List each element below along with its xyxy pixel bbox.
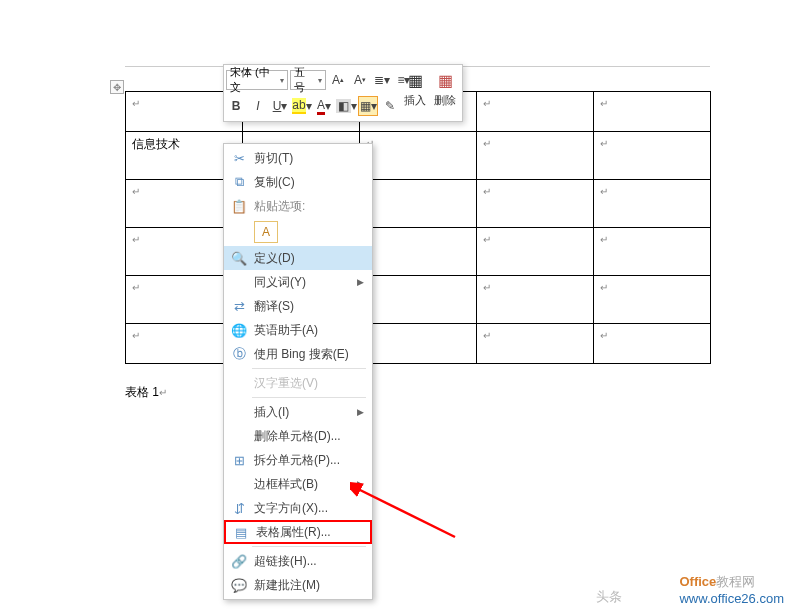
comment-icon: 💬 — [228, 575, 250, 595]
ctx-paste-keep-text[interactable]: A — [224, 218, 372, 246]
ctx-border-style[interactable]: 边框样式(B) — [224, 472, 372, 496]
ctx-define[interactable]: 🔍定义(D) — [224, 246, 372, 270]
format-painter-icon[interactable]: ✎ — [380, 96, 400, 116]
chevron-down-icon: ▾ — [280, 76, 284, 85]
ctx-synonym[interactable]: 同义词(Y) — [224, 270, 372, 294]
underline-button[interactable]: U▾ — [270, 96, 290, 116]
text-direction-icon: ⇵ — [228, 498, 250, 518]
cell[interactable]: ↵ — [360, 180, 477, 228]
table-grid-icon: ▦ — [408, 69, 423, 91]
watermark-toutiao: 头条 — [596, 588, 622, 606]
cell[interactable]: ↵ — [477, 276, 594, 324]
ctx-insert[interactable]: 插入(I) — [224, 400, 372, 424]
mini-toolbar: 宋体 (中文▾ 五号▾ A▴ A▾ ≣▾ ≡▾ B I U▾ ab▾ A▾ ◧▾… — [223, 64, 463, 122]
cell[interactable]: ↵ — [594, 324, 711, 364]
highlight-icon[interactable]: ab▾ — [292, 96, 312, 116]
cell[interactable]: ↵ — [360, 132, 477, 180]
table-delete-button[interactable]: ▦ 删除 — [430, 67, 460, 115]
scissors-icon: ✂ — [228, 148, 250, 168]
table-properties-icon: ▤ — [230, 522, 252, 542]
ctx-hyperlink[interactable]: 🔗超链接(H)... — [224, 549, 372, 573]
font-color-icon[interactable]: A▾ — [314, 96, 334, 116]
shrink-font-icon[interactable]: A▾ — [350, 70, 370, 90]
ctx-delete-cells[interactable]: 删除单元格(D)... — [224, 424, 372, 448]
ctx-copy[interactable]: ⧉复制(C) — [224, 170, 372, 194]
search-icon: 🔍 — [228, 248, 250, 268]
para-mark: ↵ — [132, 98, 140, 109]
table-move-handle[interactable]: ✥ — [110, 80, 124, 94]
cell[interactable]: ↵ — [594, 276, 711, 324]
context-menu: ✂剪切(T) ⧉复制(C) 📋粘贴选项: A 🔍定义(D) 同义词(Y) ⇄翻译… — [223, 143, 373, 600]
separator — [252, 546, 366, 547]
cell[interactable]: ↵ — [477, 180, 594, 228]
italic-button[interactable]: I — [248, 96, 268, 116]
bing-icon: ⓑ — [228, 344, 250, 364]
separator — [252, 397, 366, 398]
cell[interactable]: ↵ — [594, 92, 711, 132]
separator — [252, 368, 366, 369]
watermark: Office教程网 www.office26.com — [679, 573, 784, 606]
cell[interactable]: ↵ — [594, 132, 711, 180]
translate-icon: ⇄ — [228, 296, 250, 316]
word-table[interactable]: ↵ ↵ ↵ ↵ 信息技术 ↵ ↵ ↵ ↵ ↵ ↵ ↵ ↵ ↵ ↵ ↵ ↵ — [125, 91, 711, 364]
clipboard-icon: 📋 — [228, 196, 250, 216]
ctx-translate[interactable]: ⇄翻译(S) — [224, 294, 372, 318]
split-cells-icon: ⊞ — [228, 450, 250, 470]
ctx-hanzi-reselect: 汉字重选(V) — [224, 371, 372, 395]
table-insert-button[interactable]: ▦ 插入 — [400, 67, 430, 115]
shading-icon[interactable]: ◧▾ — [336, 96, 356, 116]
borders-icon[interactable]: ▦▾ — [358, 96, 378, 116]
ctx-english-helper[interactable]: 🌐英语助手(A) — [224, 318, 372, 342]
font-size-combo[interactable]: 五号▾ — [290, 70, 326, 90]
cell-text: 信息技术 — [132, 137, 180, 151]
cell[interactable]: ↵ — [594, 228, 711, 276]
copy-icon: ⧉ — [228, 172, 250, 192]
link-icon: 🔗 — [228, 551, 250, 571]
cell[interactable]: ↵ — [360, 228, 477, 276]
bold-button[interactable]: B — [226, 96, 246, 116]
cell[interactable]: ↵ — [477, 132, 594, 180]
ctx-paste-header: 📋粘贴选项: — [224, 194, 372, 218]
keep-text-only-icon: A — [254, 221, 278, 243]
grow-font-icon[interactable]: A▴ — [328, 70, 348, 90]
ctx-table-properties[interactable]: ▤表格属性(R)... — [224, 520, 372, 544]
table-delete-icon: ▦ — [438, 69, 453, 91]
cell[interactable]: ↵ — [477, 92, 594, 132]
font-name-combo[interactable]: 宋体 (中文▾ — [226, 70, 288, 90]
cell[interactable]: ↵ — [477, 324, 594, 364]
cell[interactable]: ↵ — [360, 276, 477, 324]
cell[interactable]: ↵ — [360, 324, 477, 364]
ctx-cut[interactable]: ✂剪切(T) — [224, 146, 372, 170]
cell[interactable]: ↵ — [594, 180, 711, 228]
ctx-text-direction[interactable]: ⇵文字方向(X)... — [224, 496, 372, 520]
bullets-icon[interactable]: ≣▾ — [372, 70, 392, 90]
chevron-down-icon: ▾ — [318, 76, 322, 85]
cell[interactable]: ↵ — [477, 228, 594, 276]
ctx-split-cells[interactable]: ⊞拆分单元格(P)... — [224, 448, 372, 472]
table-caption: 表格 1↵ — [125, 384, 167, 401]
globe-icon: 🌐 — [228, 320, 250, 340]
ctx-bing-search[interactable]: ⓑ使用 Bing 搜索(E) — [224, 342, 372, 366]
ctx-new-comment[interactable]: 💬新建批注(M) — [224, 573, 372, 597]
